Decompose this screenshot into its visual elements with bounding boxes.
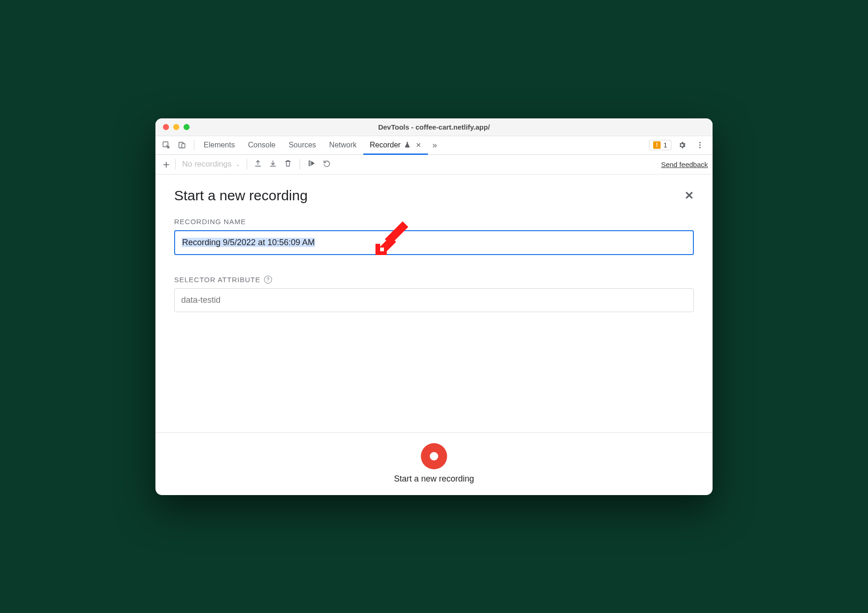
warnings-badge[interactable]: 1: [649, 140, 671, 150]
separator: [247, 159, 247, 169]
kebab-menu-icon[interactable]: [693, 138, 707, 152]
start-recording-button[interactable]: [421, 443, 447, 469]
send-feedback-link[interactable]: Send feedback: [661, 161, 708, 168]
export-icon[interactable]: [254, 159, 262, 169]
recorder-toolbar: ＋ No recordings ⌄: [155, 155, 713, 175]
device-toolbar-icon[interactable]: [175, 138, 189, 152]
selector-attribute-label: SELECTOR ATTRIBUTE ?: [174, 276, 694, 284]
close-panel-icon[interactable]: ✕: [684, 189, 694, 202]
tab-label: Recorder: [370, 141, 401, 149]
tab-label: Sources: [288, 141, 316, 149]
traffic-lights: [155, 124, 190, 130]
new-recording-button[interactable]: ＋: [160, 157, 172, 172]
recording-name-input[interactable]: Recording 9/5/2022 at 10:56:09 AM: [174, 230, 694, 255]
step-icon[interactable]: [308, 159, 316, 169]
separator: [300, 159, 300, 169]
tab-recorder[interactable]: Recorder ✕: [363, 136, 428, 154]
recording-name-value: Recording 9/5/2022 at 10:56:09 AM: [182, 238, 315, 247]
recorder-panel: Start a new recording ✕ RECORDING NAME R…: [155, 175, 713, 495]
record-icon: [430, 452, 438, 460]
tab-elements[interactable]: Elements: [197, 136, 242, 154]
recording-name-label: RECORDING NAME: [174, 218, 694, 226]
separator: [175, 159, 176, 169]
tab-network[interactable]: Network: [323, 136, 363, 154]
start-recording-label: Start a new recording: [394, 474, 474, 484]
more-tabs-button[interactable]: »: [428, 136, 442, 154]
replay-icon[interactable]: [323, 159, 331, 169]
close-window-button[interactable]: [163, 124, 169, 130]
svg-rect-2: [182, 144, 185, 148]
tab-console[interactable]: Console: [242, 136, 282, 154]
svg-point-4: [699, 145, 701, 146]
delete-icon[interactable]: [284, 159, 292, 169]
svg-point-5: [699, 147, 701, 148]
bottom-actions: Start a new recording: [155, 432, 713, 495]
panel-heading: Start a new recording: [174, 188, 308, 204]
minimize-window-button[interactable]: [173, 124, 179, 130]
warning-icon: [653, 141, 661, 149]
tab-sources[interactable]: Sources: [282, 136, 323, 154]
help-icon[interactable]: ?: [264, 276, 272, 284]
separator: [194, 140, 194, 150]
svg-point-3: [699, 142, 701, 143]
dropdown-label: No recordings: [182, 160, 232, 169]
tab-label: Network: [329, 141, 357, 149]
window-title: DevTools - coffee-cart.netlify.app/: [155, 123, 713, 131]
selector-attribute-input[interactable]: [174, 288, 694, 312]
inspect-element-icon[interactable]: [159, 138, 173, 152]
tabs-row: Elements Console Sources Network Recorde…: [155, 136, 713, 155]
close-tab-icon[interactable]: ✕: [416, 141, 421, 149]
titlebar: DevTools - coffee-cart.netlify.app/: [155, 118, 713, 136]
import-icon[interactable]: [269, 159, 277, 169]
devtools-window: DevTools - coffee-cart.netlify.app/: [155, 118, 713, 495]
maximize-window-button[interactable]: [184, 124, 190, 130]
tab-label: Elements: [204, 141, 235, 149]
chevron-down-icon: ⌄: [235, 161, 240, 168]
svg-rect-6: [309, 161, 310, 166]
flask-icon: [404, 141, 411, 149]
tab-label: Console: [248, 141, 276, 149]
warnings-count: 1: [663, 141, 667, 149]
settings-icon[interactable]: [675, 138, 689, 152]
recordings-dropdown[interactable]: No recordings ⌄: [178, 160, 244, 169]
